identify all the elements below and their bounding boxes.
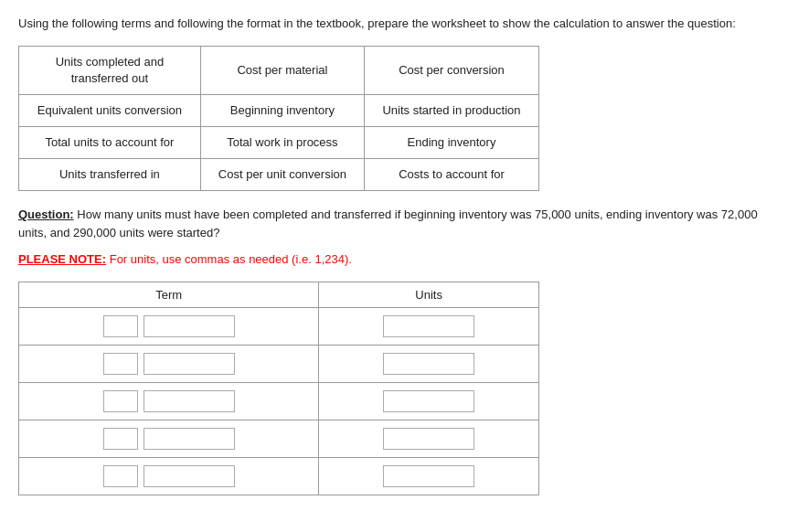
units-input-3[interactable] [383,390,474,412]
cell-total-units: Total units to account for [19,127,201,159]
worksheet-row-2 [19,345,539,382]
term-cell-5 [19,457,319,495]
table-row: Total units to account for Total work in… [19,127,539,159]
term-input-group-1 [28,315,309,337]
col-header-units: Units [319,282,539,307]
table-row: Units completed andtransferred out Cost … [19,46,539,94]
cell-cost-per-conversion: Cost per conversion [365,46,539,94]
please-note-label: PLEASE NOTE: [18,252,106,266]
cell-costs-to-account: Costs to account for [365,159,539,191]
units-cell-3 [319,382,539,420]
term-large-input-3[interactable] [144,390,235,412]
worksheet-row-5 [19,457,539,495]
cell-units-transferred: Units transferred in [19,159,201,191]
reference-table: Units completed andtransferred out Cost … [18,46,539,192]
table-row: Equivalent units conversion Beginning in… [19,94,539,126]
question-text: How many units must have been completed … [18,207,758,239]
term-large-input-4[interactable] [144,428,235,450]
units-cell-1 [319,307,539,345]
cell-units-started: Units started in production [365,94,539,126]
term-cell-4 [19,420,319,457]
units-input-5[interactable] [383,465,474,487]
term-cell-3 [19,382,319,420]
term-large-input-1[interactable] [144,315,235,337]
units-input-1[interactable] [383,315,474,337]
term-cell-2 [19,345,319,382]
worksheet-table: Term Units [18,282,539,495]
table-row: Units transferred in Cost per unit conve… [19,159,539,191]
cell-total-work: Total work in process [200,127,364,159]
cell-beginning-inventory: Beginning inventory [200,94,364,126]
question-section: Question: How many units must have been … [18,206,780,241]
term-input-group-4 [28,428,309,450]
term-small-input-2[interactable] [103,353,138,375]
term-input-group-5 [28,465,309,487]
term-small-input-4[interactable] [103,428,138,450]
term-cell-1 [19,307,319,345]
units-input-2[interactable] [383,353,474,375]
worksheet-row-4 [19,420,539,457]
cell-equivalent-units: Equivalent units conversion [19,94,201,126]
please-note-text: For units, use commas as needed (i.e. 1,… [106,252,352,266]
term-small-input-1[interactable] [103,315,138,337]
cell-ending-inventory: Ending inventory [365,127,539,159]
term-small-input-3[interactable] [103,390,138,412]
units-cell-5 [319,457,539,495]
term-large-input-2[interactable] [144,353,235,375]
cell-units-completed: Units completed andtransferred out [19,46,201,94]
worksheet-header-row: Term Units [19,282,539,307]
term-input-group-2 [28,353,309,375]
cell-cost-per-unit: Cost per unit conversion [200,159,364,191]
worksheet-row-3 [19,382,539,420]
term-small-input-5[interactable] [103,465,138,487]
term-input-group-3 [28,390,309,412]
units-cell-4 [319,420,539,457]
col-header-term: Term [19,282,319,307]
cell-cost-per-material: Cost per material [200,46,364,94]
worksheet-row-1 [19,307,539,345]
please-note-section: PLEASE NOTE: For units, use commas as ne… [18,250,780,269]
question-label: Question: [18,207,74,221]
units-input-4[interactable] [383,428,474,450]
units-cell-2 [319,345,539,382]
instructions-text: Using the following terms and following … [18,15,780,33]
term-large-input-5[interactable] [144,465,235,487]
